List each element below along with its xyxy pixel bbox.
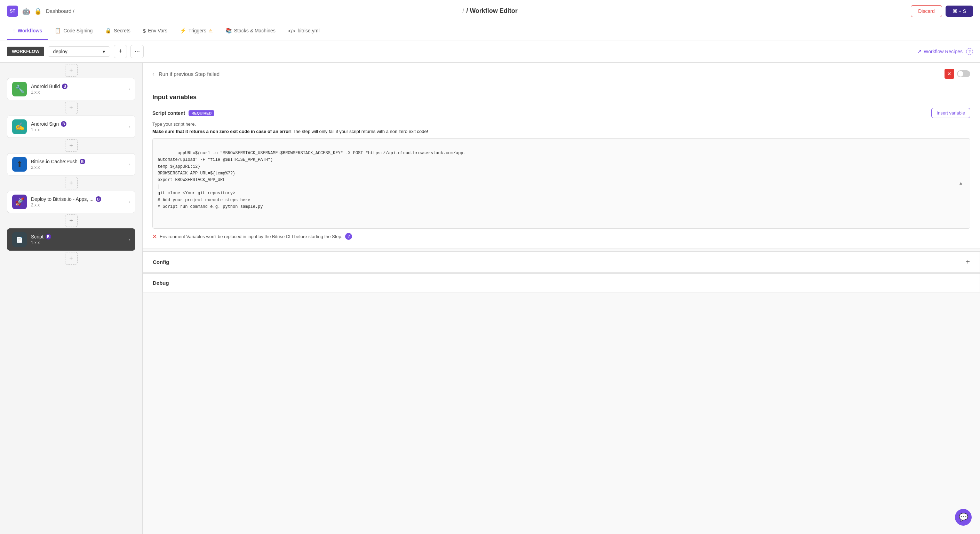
top-bar: ST 🤖 🔒 Dashboard / / / Workflow Editor D… (0, 0, 980, 22)
run-section: ‹ Run if previous Step failed ✕ (143, 63, 980, 85)
android-sign-badge: B (61, 121, 67, 127)
tab-workflows[interactable]: ≡ Workflows (7, 22, 48, 40)
env-vars-icon: $ (143, 28, 146, 34)
config-title: Config (153, 259, 169, 265)
stacks-icon: 📚 (226, 27, 232, 34)
insert-variable-button[interactable]: Insert variable (931, 108, 970, 118)
step-arrow-icon: › (129, 124, 130, 129)
x-button[interactable]: ✕ (945, 69, 954, 79)
required-badge: REQUIRED (189, 110, 214, 116)
tab-triggers[interactable]: ⚡ Triggers ⚠ (174, 22, 218, 40)
step-android-sign[interactable]: ✍ Android Sign B 1.x.x › (7, 116, 135, 138)
script-icon: 📄 (12, 232, 27, 247)
bitrise-cache-badge: B (80, 159, 85, 164)
add-step-5[interactable]: + (65, 252, 78, 265)
step-arrow-icon: › (129, 199, 130, 204)
triggers-warning-icon: ⚠ (208, 28, 213, 33)
triggers-icon: ⚡ (180, 27, 186, 34)
step-arrow-icon: › (129, 162, 130, 167)
add-step-3[interactable]: + (65, 177, 78, 190)
workflow-select[interactable]: deploy ▾ (48, 46, 110, 57)
run-label: Run if previous Step failed (159, 71, 940, 77)
android-build-badge: B (62, 84, 67, 89)
debug-section[interactable]: Debug (143, 273, 980, 292)
debug-title: Debug (153, 280, 169, 286)
step-script[interactable]: 📄 Script B 1.x.x › (7, 228, 135, 251)
field-header: Script content REQUIRED Insert variable (153, 108, 970, 118)
add-step-1[interactable]: + (65, 102, 78, 114)
tab-env-vars[interactable]: $ Env Vars (137, 22, 173, 40)
workflow-name: deploy (53, 49, 67, 54)
tab-secrets[interactable]: 🔒 Secrets (100, 22, 136, 40)
run-toggle[interactable] (957, 70, 970, 77)
add-step-2[interactable]: + (65, 139, 78, 152)
workflows-icon: ≡ (13, 28, 16, 34)
secrets-icon: 🔒 (105, 27, 112, 34)
script-content-label: Script content REQUIRED (153, 110, 214, 116)
chat-bubble[interactable]: 💬 (955, 509, 972, 526)
workflow-bar: WORKFLOW deploy ▾ + ··· ↗ Workflow Recip… (0, 40, 980, 63)
step-android-sign-info: Android Sign B 1.x.x (31, 121, 124, 132)
discard-button[interactable]: Discard (911, 5, 942, 17)
env-warning-dot: ✕ (153, 233, 157, 240)
workflow-recipes-link[interactable]: ↗ Workflow Recipes (917, 48, 963, 55)
recipes-help-icon[interactable]: ? (966, 48, 973, 55)
toggle-x-group: ✕ (945, 69, 970, 79)
step-arrow-icon: › (129, 87, 130, 92)
lock-icon[interactable]: 🔒 (34, 7, 42, 15)
env-warning-help[interactable]: ? (345, 233, 352, 240)
main-content: + 🔧 Android Build B 1.x.x › + ✍ Android … (0, 63, 980, 534)
nav-tabs: ≡ Workflows 📋 Code Signing 🔒 Secrets $ E… (0, 22, 980, 40)
avatar: ST (7, 6, 18, 17)
add-step-4[interactable]: + (65, 214, 78, 227)
workflow-label: WORKFLOW (7, 47, 44, 56)
scroll-up-button[interactable]: ▲ (957, 179, 965, 188)
script-hint: Type your script here. (153, 121, 970, 127)
android-build-icon: 🔧 (12, 82, 27, 96)
step-deploy-bitrise-info: Deploy to Bitrise.io - Apps, ... B 2.x.x (31, 196, 124, 207)
input-variables-title: Input variables (153, 94, 970, 101)
bitrise-cache-icon: ⬆ (12, 157, 27, 172)
top-bar-actions: Discard ⌘ + S (911, 5, 973, 17)
step-script-info: Script B 1.x.x (31, 234, 124, 245)
right-panel: ‹ Run if previous Step failed ✕ Input va… (143, 63, 980, 534)
robot-icon[interactable]: 🤖 (22, 7, 30, 15)
sidebar: + 🔧 Android Build B 1.x.x › + ✍ Android … (0, 63, 143, 534)
deploy-bitrise-icon: 🚀 (12, 194, 27, 209)
tab-code-signing[interactable]: 📋 Code Signing (49, 22, 98, 40)
step-bitrise-cache[interactable]: ⬆ Bitrise.io Cache:Push B 2.x.x › (7, 153, 135, 175)
add-step-top[interactable]: + (65, 64, 78, 77)
env-warning: ✕ Environment Variables won't be replace… (153, 233, 970, 240)
config-expand-icon: + (966, 258, 970, 266)
script-badge: B (46, 234, 51, 239)
step-bitrise-cache-info: Bitrise.io Cache:Push B 2.x.x (31, 159, 124, 170)
more-options-button[interactable]: ··· (130, 45, 144, 58)
tab-stacks[interactable]: 📚 Stacks & Machines (220, 22, 281, 40)
external-link-icon: ↗ (917, 48, 921, 55)
add-workflow-button[interactable]: + (114, 45, 127, 58)
tab-bitrise-yml[interactable]: </> bitrise.yml (283, 22, 325, 40)
script-code-area[interactable]: appURL=$(curl -u "$BROWSERSTACK_USERNAME… (153, 138, 970, 229)
step-android-build[interactable]: 🔧 Android Build B 1.x.x › (7, 78, 135, 100)
android-sign-icon: ✍ (12, 120, 27, 134)
editor-title: / / Workflow Editor (462, 7, 518, 14)
run-arrow-icon: ‹ (153, 70, 154, 78)
step-arrow-icon: › (129, 237, 130, 242)
chevron-down-icon: ▾ (103, 49, 105, 54)
step-android-build-info: Android Build B 1.x.x (31, 84, 124, 95)
input-variables-section: Input variables Script content REQUIRED … (143, 85, 980, 249)
config-section[interactable]: Config + (143, 251, 980, 273)
step-deploy-bitrise[interactable]: 🚀 Deploy to Bitrise.io - Apps, ... B 2.x… (7, 191, 135, 213)
top-bar-left: ST 🤖 🔒 Dashboard / (7, 6, 75, 17)
deploy-bitrise-badge: B (95, 196, 101, 202)
bitrise-yml-icon: </> (288, 28, 296, 34)
dashboard-breadcrumb: Dashboard / (46, 8, 75, 14)
script-warning: Make sure that it returns a non zero exi… (153, 129, 970, 134)
save-button[interactable]: ⌘ + S (945, 6, 973, 17)
code-signing-icon: 📋 (55, 27, 61, 34)
